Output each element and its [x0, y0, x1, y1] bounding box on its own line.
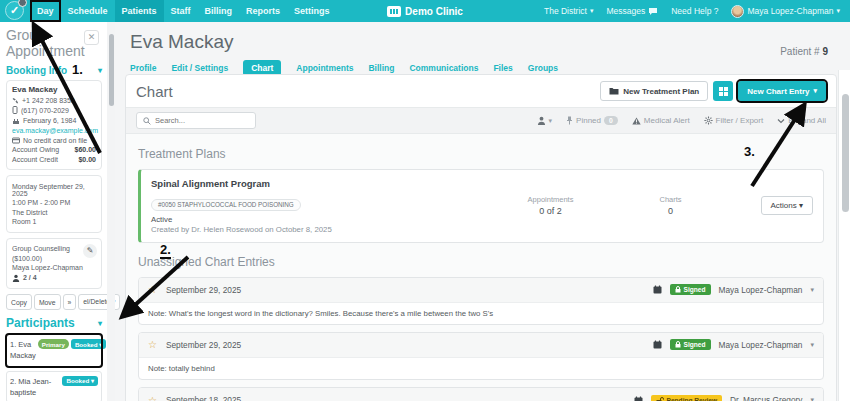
- chart-search[interactable]: [136, 112, 256, 129]
- medical-alert-button[interactable]: Medical Alert: [632, 116, 690, 125]
- expand-all-button[interactable]: Expand All: [777, 116, 826, 125]
- view-toggle-button[interactable]: [713, 81, 733, 101]
- nav-item-patients[interactable]: Patients: [115, 0, 164, 22]
- copy-button[interactable]: Copy: [6, 294, 32, 310]
- appointment-date: Monday September 29, 2025: [12, 183, 96, 197]
- treatment-plans-heading: Treatment Plans: [138, 147, 824, 161]
- star-icon[interactable]: ☆: [148, 395, 157, 401]
- plan-name: Spinal Alignment Program: [151, 178, 491, 189]
- app-logo[interactable]: ✓: [0, 0, 30, 22]
- nav-item-staff[interactable]: Staff: [164, 0, 198, 22]
- treatment-plan-card[interactable]: Spinal Alignment Program #0050 STAPHYLOC…: [138, 169, 824, 243]
- entry-author: Maya Lopez-Chapman: [719, 285, 803, 295]
- new-treatment-plan-button[interactable]: New Treatment Plan: [600, 81, 708, 101]
- pinned-count-badge: 0: [604, 116, 618, 125]
- entry-note: Note: What's the longest word in the dic…: [139, 303, 823, 324]
- appointments-stat-label: Appointments: [491, 195, 611, 204]
- nav-item-day[interactable]: Day: [30, 0, 61, 22]
- nav-item-billing[interactable]: Billing: [198, 0, 240, 22]
- chart-search-input[interactable]: [155, 116, 245, 125]
- appointment-info-card: Monday September 29, 2025 1:00 PM - 2:00…: [6, 175, 102, 233]
- person-icon: [537, 116, 546, 125]
- service-practitioner: Maya Lopez-Chapman: [12, 264, 96, 271]
- user-menu[interactable]: Maya Lopez-Chapman ▾: [731, 5, 840, 18]
- calendar-icon: [653, 340, 662, 349]
- participant-row-eva[interactable]: 1. Eva Mackay Primary Booked ▾: [6, 334, 102, 367]
- status-label: Signed: [684, 286, 706, 293]
- chevron-down-icon: ▾: [590, 7, 594, 15]
- account-owing-value: $60.00: [75, 146, 96, 153]
- help-label: Need Help ?: [671, 6, 718, 16]
- plan-actions-button[interactable]: Actions ▾: [761, 196, 813, 215]
- credit-card-icon: [12, 137, 20, 144]
- chevron-down-icon[interactable]: ▾: [810, 341, 814, 349]
- booked-status-dropdown[interactable]: Booked ▾: [71, 339, 107, 349]
- location-selector[interactable]: The District ▾: [544, 6, 594, 16]
- chart-entry-header[interactable]: ☆ September 18, 2025 Pending Review Dr. …: [139, 388, 823, 401]
- main-scrollbar[interactable]: [838, 70, 850, 401]
- filter-export-button[interactable]: Filter / Export: [704, 116, 764, 125]
- folder-icon: [609, 87, 619, 95]
- nav-item-schedule[interactable]: Schedule: [61, 0, 115, 22]
- sidebar-title: Group Appointment: [6, 27, 86, 59]
- plan-created-by: Created by Dr. Helen Rosewood on October…: [151, 225, 491, 234]
- participant-row-mia[interactable]: 2. Mia Jean-baptiste Booked ▾: [6, 371, 102, 401]
- close-icon[interactable]: ✕: [84, 30, 99, 45]
- star-icon[interactable]: ☆: [148, 339, 157, 350]
- new-chart-entry-button[interactable]: New Chart Entry ▾: [738, 81, 826, 101]
- messages-link[interactable]: Messages: [606, 6, 658, 16]
- booked-status-dropdown[interactable]: Booked ▾: [62, 376, 98, 386]
- chevron-down-icon[interactable]: ▾: [98, 319, 102, 328]
- help-link[interactable]: Need Help ?: [671, 6, 718, 16]
- star-icon[interactable]: ☆: [148, 284, 157, 295]
- sidebar-scrollbar[interactable]: [107, 22, 115, 401]
- status-label: Signed: [684, 341, 706, 348]
- signed-status-badge: Signed: [670, 284, 711, 295]
- entry-author: Dr. Marcus Gregory: [730, 395, 802, 401]
- service-info-card: ✎ Group Counselling ($100.00) Maya Lopez…: [6, 238, 102, 290]
- chart-title: Chart: [136, 83, 173, 100]
- chart-entry-header[interactable]: ☆ September 29, 2025 Signed Maya Lopez-C…: [139, 333, 823, 358]
- chart-entry-header[interactable]: ☆ September 29, 2025 Signed Maya Lopez-C…: [139, 278, 823, 303]
- chevron-down-icon: ▾: [813, 87, 817, 95]
- practitioner-filter[interactable]: ▾: [537, 116, 553, 125]
- appointment-room: Room 1: [12, 218, 96, 225]
- nav-item-settings[interactable]: Settings: [287, 0, 337, 22]
- person-icon: [12, 274, 20, 282]
- medical-alert-label: Medical Alert: [644, 116, 690, 125]
- entry-date: September 18, 2025: [166, 395, 241, 401]
- move-button[interactable]: Move: [34, 294, 61, 310]
- account-credit-label: Account Credit: [12, 156, 58, 163]
- chart-entry-row: ☆ September 29, 2025 Signed Maya Lopez-C…: [138, 332, 824, 380]
- gear-icon: [704, 116, 713, 125]
- patient-number: 9: [822, 46, 828, 57]
- unlock-icon: [656, 397, 664, 401]
- account-credit-value: $0.00: [78, 156, 96, 163]
- user-name: Maya Lopez-Chapman: [747, 6, 833, 16]
- chevron-down-icon[interactable]: ▾: [98, 66, 102, 75]
- appointments-stat-value: 0 of 2: [491, 206, 611, 216]
- credit-card-status: No credit card on file: [23, 137, 87, 144]
- patient-info-card: Eva Mackay +1 242 208 8358 (617) 070-202…: [6, 80, 102, 170]
- nav-item-reports[interactable]: Reports: [239, 0, 287, 22]
- patient-mobile: (617) 070-2029: [21, 107, 69, 114]
- edit-pencil-icon[interactable]: ✎: [83, 244, 97, 258]
- unassigned-entries-heading: Unassigned Chart Entries: [138, 255, 824, 269]
- status-label: Pending Review: [667, 397, 718, 401]
- chevron-down-icon[interactable]: ▾: [810, 286, 814, 294]
- chevron-down-icon[interactable]: ▾: [810, 396, 814, 401]
- pinned-filter[interactable]: Pinned 0: [566, 116, 618, 125]
- sidebar-scrollbar-thumb[interactable]: [109, 34, 114, 106]
- chevron-down-icon: [777, 118, 785, 124]
- primary-nav: Day Schedule Patients Staff Billing Repo…: [30, 0, 337, 22]
- pending-review-badge: Pending Review: [651, 395, 723, 401]
- patient-email[interactable]: eva.mackay@example.com: [12, 127, 98, 134]
- account-owing-label: Account Owing: [12, 146, 59, 153]
- entry-note: Note: totally behind: [139, 358, 823, 379]
- chevron-down-icon: ▾: [836, 7, 840, 15]
- charts-stat-value: 0: [611, 206, 731, 216]
- booked-label: Booked: [75, 341, 98, 348]
- grid-icon: [719, 87, 728, 96]
- main-scrollbar-thumb[interactable]: [842, 94, 849, 212]
- more-button[interactable]: »: [63, 294, 77, 310]
